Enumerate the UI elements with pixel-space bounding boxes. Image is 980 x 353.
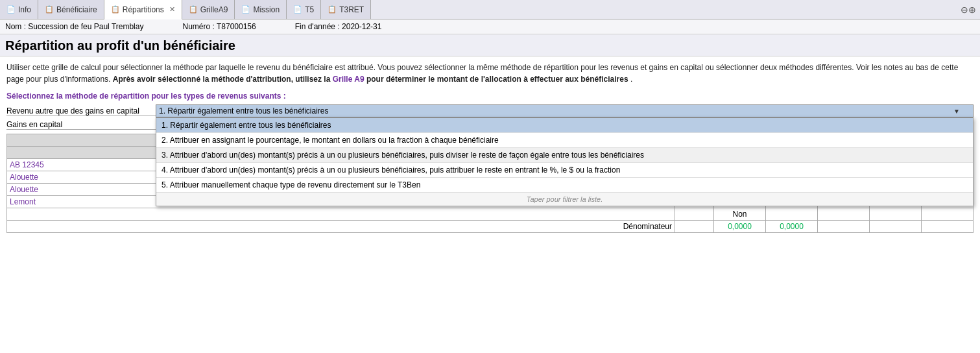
- description-bold: Après avoir sélectionné la méthode d'att…: [113, 75, 333, 84]
- denominateur-label: Dénominateur: [7, 221, 675, 233]
- revenu-autre-dropdown-list: 1. Répartir également entre tous les bén…: [156, 117, 974, 206]
- denom-val2: 0,0000: [766, 221, 818, 233]
- revenu-autre-dropdown-container: 1. Répartir également entre tous les bén…: [156, 104, 974, 117]
- revenu-autre-row: Revenu autre que des gains en capital 1.…: [6, 104, 974, 117]
- description-bold2: pour déterminer le montant de l'allocati…: [366, 75, 628, 84]
- dropdown-option-2[interactable]: 2. Attribuer en assignant le pourcentage…: [156, 133, 973, 148]
- tab-t5[interactable]: 📄 T5: [287, 0, 321, 19]
- tab-mission-label: Mission: [253, 5, 280, 14]
- page-title: Répartition au profit d'un bénéficiaire: [0, 34, 980, 56]
- header-info-bar: Nom : Succession de feu Paul Tremblay Nu…: [0, 19, 980, 34]
- tab-grillea9-icon: 📋: [189, 5, 198, 14]
- description-end: .: [630, 75, 632, 84]
- tab-t5-icon: 📄: [293, 5, 302, 14]
- dropdown-option-3[interactable]: 3. Attribuer d'abord un(des) montant(s) …: [156, 148, 973, 163]
- grillea9-link[interactable]: Grille A9: [333, 75, 365, 84]
- tab-mission-icon: 📄: [241, 5, 250, 14]
- tab-grillea9-label: GrilleA9: [200, 5, 228, 14]
- dropdown-option-1[interactable]: 1. Répartir également entre tous les bén…: [156, 118, 973, 133]
- nom-value: Succession de feu Paul Tremblay: [28, 22, 143, 31]
- fin-annee-field: Fin d'année : 2020-12-31: [295, 22, 382, 31]
- row5-col5: [818, 208, 870, 221]
- denominateur-row: Dénominateur 0,0000 0,0000: [7, 221, 974, 233]
- row5-initiale: [675, 208, 714, 221]
- denom-col6: [870, 221, 922, 233]
- tab-bar: 📄 Info 📋 Bénéficiaire 📋 Répartitions ✕ 📋…: [0, 0, 980, 19]
- row5-col3: Non: [714, 208, 766, 221]
- tab-beneficiaire-label: Bénéficiaire: [56, 5, 97, 14]
- main-content: Utiliser cette grille de calcul pour sél…: [0, 56, 980, 238]
- tab-repartitions-label: Répartitions: [123, 5, 164, 14]
- section-label: Sélectionnez la méthode de répartition p…: [6, 91, 974, 101]
- dropdown-option-5[interactable]: 5. Attribuer manuellement chaque type de…: [156, 178, 973, 193]
- denom-initiale: [675, 221, 714, 233]
- tab-info[interactable]: 📄 Info: [0, 0, 38, 19]
- tab-nav-buttons[interactable]: ⊖⊕: [957, 0, 980, 19]
- revenu-autre-dropdown[interactable]: 1. Répartir également entre tous les bén…: [156, 104, 974, 117]
- numero-value: T87000156: [217, 22, 256, 31]
- tab-repartitions[interactable]: 📋 Répartitions ✕: [104, 0, 182, 19]
- dropdown-filter-hint: Taper pour filtrer la liste.: [156, 193, 973, 206]
- fin-annee-value: 2020-12-31: [342, 22, 381, 31]
- nom-label: Nom :: [5, 22, 26, 31]
- fin-annee-label: Fin d'année :: [295, 22, 340, 31]
- tab-repartitions-close[interactable]: ✕: [169, 5, 175, 14]
- tab-beneficiaire-icon: 📋: [45, 5, 54, 14]
- numero-label: Numéro :: [182, 22, 214, 31]
- tab-info-icon: 📄: [6, 5, 16, 14]
- tab-beneficiaire[interactable]: 📋 Bénéficiaire: [38, 0, 104, 19]
- tab-t3ret[interactable]: 📋 T3RET: [321, 0, 371, 19]
- revenu-autre-dropdown-arrow: ▼: [953, 108, 960, 115]
- revenu-autre-selected-text: 1. Répartir également entre tous les bén…: [159, 106, 328, 116]
- denom-col7: [922, 221, 974, 233]
- table-row: Non: [7, 208, 974, 221]
- tab-t3ret-label: T3RET: [339, 5, 364, 14]
- numero-field: Numéro : T87000156: [182, 22, 256, 31]
- gains-capital-label: Gains en capital: [6, 120, 156, 130]
- dropdown-option-4[interactable]: 4. Attribuer d'abord un(des) montant(s) …: [156, 163, 973, 178]
- row5-col4: [766, 208, 818, 221]
- tab-grillea9[interactable]: 📋 GrilleA9: [182, 0, 235, 19]
- tab-t5-label: T5: [305, 5, 314, 14]
- tab-t3ret-icon: 📋: [328, 5, 337, 14]
- row5-nom: [7, 208, 675, 221]
- row5-col7: [922, 208, 974, 221]
- denom-col5: [818, 221, 870, 233]
- nom-field: Nom : Succession de feu Paul Tremblay: [5, 22, 143, 31]
- tab-repartitions-icon: 📋: [111, 5, 120, 14]
- tab-mission[interactable]: 📄 Mission: [235, 0, 287, 19]
- row5-col6: [870, 208, 922, 221]
- denom-val1: 0,0000: [714, 221, 766, 233]
- description-text: Utiliser cette grille de calcul pour sél…: [6, 62, 974, 85]
- revenu-autre-label: Revenu autre que des gains en capital: [6, 106, 156, 116]
- tab-info-label: Info: [18, 5, 31, 14]
